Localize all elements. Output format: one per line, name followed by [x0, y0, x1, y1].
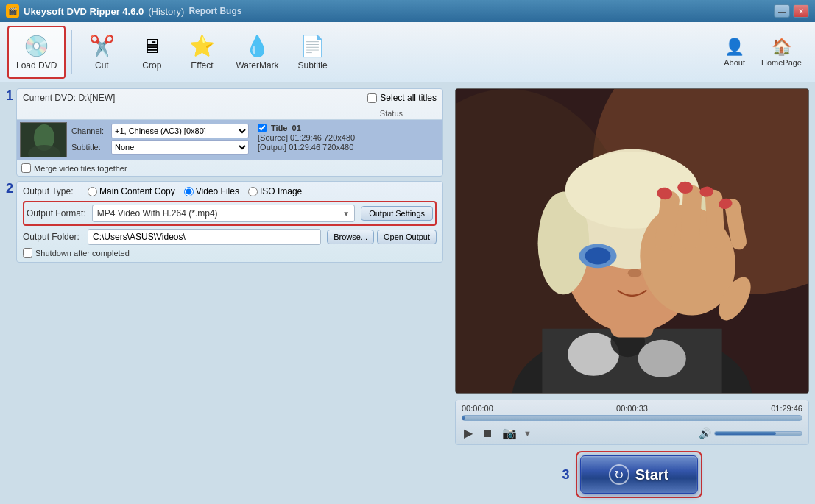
toolbar-crop[interactable]: 🖥 Crop — [128, 26, 175, 79]
step2-number: 2 — [6, 181, 13, 196]
thumbnail-inner — [21, 123, 66, 157]
output-type-row: Output Type: Main Content Copy Video Fil… — [23, 186, 437, 196]
step1-number: 1 — [6, 88, 13, 104]
title-bar: 🎬 Ukeysoft DVD Ripper 4.6.0 (History) Re… — [0, 0, 815, 22]
left-bottom: 2 Output Type: Main Content Copy — [6, 181, 443, 266]
right-panel: 00:00:00 00:00:33 01:29:46 ▶ ⏹ 📷 ▼ 🔊 — [449, 82, 815, 504]
app-title: Ukeysoft DVD Ripper 4.6.0 — [24, 6, 144, 17]
progress-fill — [462, 416, 465, 420]
subtitle-label-ctrl: Subtitle: — [71, 143, 108, 152]
crop-icon: 🖥 — [141, 34, 162, 58]
toolbar-load-dvd[interactable]: 💿 Load DVD — [7, 26, 66, 79]
toolbar-watermark[interactable]: 💧 WaterMark — [228, 26, 286, 79]
time-end: 01:29:46 — [771, 404, 802, 413]
start-icon: ↻ — [609, 464, 629, 485]
subtitle-icon: 📄 — [300, 34, 325, 58]
bottom-section: 2 Output Type: Main Content Copy — [6, 181, 443, 266]
svg-point-20 — [628, 269, 642, 277]
volume-fill — [715, 432, 776, 435]
snapshot-button[interactable]: 📷 — [500, 425, 519, 441]
homepage-button[interactable]: 🏠 HomePage — [755, 35, 808, 70]
titles-area: Current DVD: D:\[NEW] Select all titles … — [16, 88, 443, 177]
radio-group: Main Content Copy Video Files ISO Image — [88, 186, 302, 196]
current-dvd-label: Current DVD: D:\[NEW] — [23, 93, 115, 103]
about-icon: 👤 — [724, 38, 744, 57]
toolbar-sep-1 — [71, 30, 72, 74]
output-section: Output Type: Main Content Copy Video Fil… — [16, 181, 443, 263]
close-button[interactable]: ✕ — [793, 4, 809, 18]
browse-button[interactable]: Browse... — [327, 230, 374, 244]
effect-icon: ⭐ — [189, 34, 215, 58]
merge-label: Merge video files together — [34, 164, 127, 173]
output-folder-label: Output Folder: — [23, 232, 82, 242]
select-all-row: Select all titles — [367, 93, 437, 103]
merge-row: Merge video files together — [17, 160, 442, 176]
start-area: 3 ↻ Start — [455, 451, 809, 498]
shutdown-checkbox[interactable] — [23, 248, 32, 258]
title-bar-controls: — ✕ — [774, 4, 809, 18]
title-info: Title_01 - [Source] 01:29:46 720x480 [Ou… — [253, 122, 440, 157]
svg-point-19 — [585, 247, 611, 264]
channel-label: Channel: — [71, 127, 108, 135]
output-settings-button[interactable]: Output Settings — [361, 206, 433, 221]
effect-label: Effect — [191, 60, 213, 71]
folder-buttons: Browse... Open Output — [327, 230, 437, 244]
open-output-button[interactable]: Open Output — [377, 230, 437, 244]
toolbar-cut[interactable]: ✂️ Cut — [78, 26, 125, 79]
snapshot-arrow: ▼ — [523, 429, 532, 438]
about-button[interactable]: 👤 About — [718, 35, 751, 70]
title-bar-left: 🎬 Ukeysoft DVD Ripper 4.6.0 (History) Re… — [6, 4, 241, 18]
progress-bar[interactable] — [462, 415, 802, 421]
stop-button[interactable]: ⏹ — [479, 426, 495, 441]
format-select-wrapper[interactable]: MP4 Video With H.264 (*.mp4) ▼ — [92, 205, 355, 222]
radio-main-content-input[interactable] — [88, 187, 97, 196]
title-checkbox[interactable] — [258, 124, 267, 132]
shutdown-label: Shutdown after completed — [35, 249, 130, 258]
folder-path-input[interactable] — [88, 229, 321, 245]
main-content: 1 Current DVD: D:\[NEW] Select all title… — [0, 82, 815, 504]
titles-header: Current DVD: D:\[NEW] Select all titles — [17, 89, 442, 107]
subtitle-row: Subtitle: None — [71, 140, 249, 155]
subtitle-select[interactable]: None — [111, 140, 249, 155]
channel-row: Channel: +1, Chinese (AC3) [0x80] — [71, 124, 249, 138]
title-name: Title_01 — [271, 124, 301, 132]
channel-select[interactable]: +1, Chinese (AC3) [0x80] — [111, 124, 249, 138]
homepage-icon: 🏠 — [772, 38, 791, 57]
volume-icon: 🔊 — [699, 427, 711, 439]
svg-rect-24 — [705, 189, 724, 248]
select-all-checkbox[interactable] — [367, 93, 377, 103]
output-folder-row: Output Folder: Browse... Open Output — [23, 229, 437, 245]
report-bugs-link[interactable]: Report Bugs — [188, 6, 241, 16]
toolbar-subtitle[interactable]: 📄 Subtitle — [289, 26, 336, 79]
time-current: 00:00:33 — [616, 404, 648, 413]
radio-iso-image[interactable]: ISO Image — [248, 186, 302, 196]
output-info: [Output] 01:29:46 720x480 — [258, 143, 435, 152]
time-row: 00:00:00 00:00:33 01:29:46 — [462, 404, 802, 413]
start-button[interactable]: ↻ Start — [580, 455, 698, 494]
radio-main-content[interactable]: Main Content Copy — [88, 186, 175, 196]
title-col-header — [20, 109, 380, 118]
play-button[interactable]: ▶ — [462, 425, 475, 441]
app-subtitle: (History) — [148, 6, 184, 17]
merge-checkbox[interactable] — [21, 163, 31, 173]
video-preview — [455, 88, 809, 394]
output-format-row: Output Format: MP4 Video With H.264 (*.m… — [23, 201, 437, 226]
output-type-label: Output Type: — [23, 186, 82, 196]
cut-label: Cut — [95, 60, 109, 71]
radio-video-files[interactable]: Video Files — [184, 186, 239, 196]
load-dvd-label: Load DVD — [16, 60, 57, 71]
shutdown-row: Shutdown after completed — [23, 248, 437, 258]
output-format-label: Output Format: — [27, 208, 86, 219]
status-col-header: Status — [380, 109, 403, 118]
video-preview-inner — [456, 89, 808, 393]
app-icon: 🎬 — [6, 4, 19, 18]
crop-label: Crop — [142, 60, 161, 71]
toolbar-effect[interactable]: ⭐ Effect — [178, 26, 225, 79]
radio-video-files-input[interactable] — [184, 187, 194, 196]
source-info: [Source] 01:29:46 720x480 — [258, 133, 435, 142]
video-controls-area: 00:00:00 00:00:33 01:29:46 ▶ ⏹ 📷 ▼ 🔊 — [455, 400, 809, 445]
toolbar: 💿 Load DVD ✂️ Cut 🖥 Crop ⭐ Effect 💧 Wate… — [0, 22, 815, 82]
minimize-button[interactable]: — — [774, 4, 790, 18]
radio-iso-image-input[interactable] — [248, 187, 258, 196]
volume-bar[interactable] — [714, 431, 802, 436]
